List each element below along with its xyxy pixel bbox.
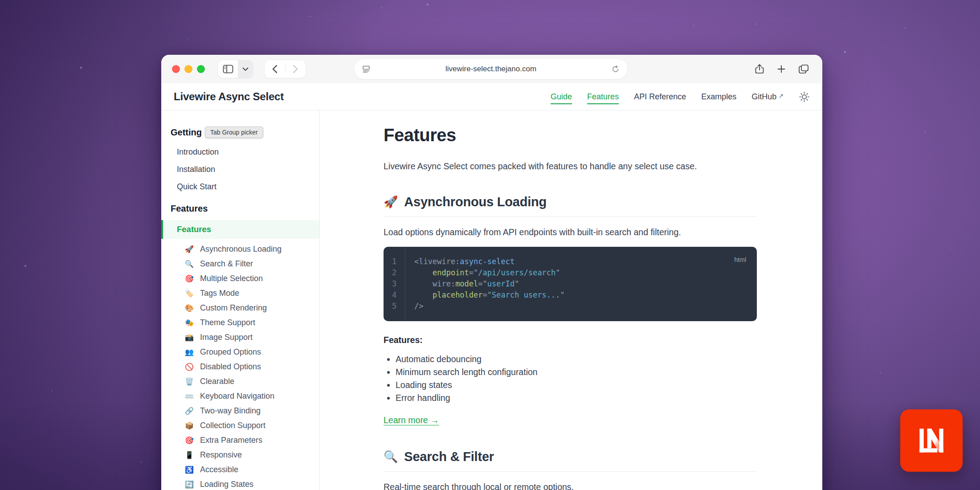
feature-emoji-icon: 🔗	[184, 407, 194, 415]
code-lines[interactable]: 1<livewire:async-select2 endpoint="/api/…	[384, 256, 757, 312]
sidebar-feature-item[interactable]: ♿ Accessible	[161, 462, 319, 477]
nav-link-examples[interactable]: Examples	[701, 92, 736, 102]
sidebar-feature-item[interactable]: 📦 Collection Support	[161, 418, 319, 433]
close-window-button[interactable]	[172, 65, 180, 73]
sidebar-item[interactable]: Installation	[161, 161, 319, 178]
feature-item-label: Theme Support	[200, 318, 255, 327]
external-link-icon: ↗	[778, 92, 784, 99]
site-title[interactable]: Livewire Async Select	[174, 90, 284, 103]
sidebar-toggle-group	[218, 60, 253, 78]
sidebar-group-heading-features: Features	[161, 204, 319, 214]
nav-link-guide[interactable]: Guide	[551, 92, 572, 102]
share-button[interactable]	[755, 64, 764, 74]
sidebar-group-heading-getting: Getting Tab Group picker	[161, 127, 319, 138]
page-title: Features	[384, 125, 757, 145]
ln-logo-icon	[914, 423, 949, 458]
feature-bullet: Minimum search length configuration	[396, 366, 757, 379]
sidebar-feature-item[interactable]: 🏷️ Tags Mode	[161, 286, 319, 301]
sidebar-feature-item[interactable]: ⌨️ Keyboard Navigation	[161, 389, 319, 404]
docs-sidebar: Getting Tab Group picker Introduction In…	[161, 110, 320, 490]
feature-emoji-icon: 🚫	[184, 363, 194, 371]
feature-item-label: Image Support	[200, 333, 253, 342]
feature-item-label: Loading States	[200, 480, 253, 489]
sidebar-feature-item[interactable]: 🎯 Multiple Selection	[161, 271, 319, 286]
features-bullet-list: Automatic debouncingMinimum search lengt…	[384, 353, 757, 404]
magnifier-icon: 🔍	[384, 450, 398, 464]
tabs-icon	[798, 64, 809, 74]
feature-emoji-icon: ♿	[184, 466, 194, 474]
feature-emoji-icon: 🔄	[184, 480, 194, 489]
code-language-badge: html	[735, 254, 746, 265]
rocket-icon: 🚀	[384, 195, 398, 209]
page-intro: Livewire Async Select comes packed with …	[384, 161, 757, 172]
sidebar-feature-item[interactable]: 👥 Grouped Options	[161, 345, 319, 359]
forward-button[interactable]	[293, 65, 298, 74]
feature-items-list: 🚀 Asynchronous Loading 🔍 Search & Filter…	[161, 242, 319, 490]
feature-item-label: Keyboard Navigation	[200, 392, 274, 401]
features-list-label: Features:	[384, 335, 757, 345]
feature-item-label: Disabled Options	[200, 362, 261, 372]
nav-link-api-reference[interactable]: API Reference	[634, 92, 686, 102]
theme-toggle-button[interactable]	[799, 91, 810, 102]
sidebar-feature-item[interactable]: 🔗 Two-way Binding	[161, 404, 319, 418]
sidebar-feature-item[interactable]: 🎭 Theme Support	[161, 315, 319, 330]
feature-item-label: Tags Mode	[200, 289, 239, 298]
feature-emoji-icon: 🔍	[184, 260, 194, 268]
sidebar-item[interactable]: Introduction	[161, 143, 319, 161]
nav-link-github[interactable]: GitHub↗	[751, 92, 784, 102]
feature-emoji-icon: 🏷️	[184, 289, 194, 298]
sidebar-feature-item[interactable]: 🗑️ Clearable	[161, 374, 319, 389]
browser-window: livewire-select.thejano.com	[161, 55, 822, 490]
nav-link-features[interactable]: Features	[587, 92, 619, 102]
toolbar-right-cluster	[755, 55, 809, 83]
learn-more-link[interactable]: Learn more →	[384, 415, 439, 425]
reader-mode-icon[interactable]	[362, 65, 370, 73]
new-tab-button[interactable]	[777, 65, 786, 74]
back-button[interactable]	[272, 65, 278, 74]
address-bar[interactable]: livewire-select.thejano.com	[354, 59, 628, 79]
tab-group-picker-tooltip: Tab Group picker	[205, 127, 263, 138]
sidebar-feature-item[interactable]: 🎯 Extra Parameters	[161, 433, 319, 448]
feature-item-label: Asynchronous Loading	[200, 245, 282, 254]
sidebar-feature-item[interactable]: 📸 Image Support	[161, 330, 319, 345]
sidebar-feature-item[interactable]: 📱 Responsive	[161, 448, 319, 462]
chevron-left-icon	[272, 65, 278, 74]
nav-divider	[285, 65, 286, 74]
feature-emoji-icon: 🗑️	[184, 377, 194, 386]
sidebar-feature-item[interactable]: 🔄 Loading States	[161, 477, 319, 490]
sun-icon	[799, 91, 810, 102]
zoom-window-button[interactable]	[197, 65, 205, 73]
sidebar-feature-item[interactable]: 🚫 Disabled Options	[161, 359, 319, 374]
feature-item-label: Two-way Binding	[200, 406, 261, 416]
group-heading-text: Features	[171, 204, 208, 214]
sidebar-toggle-button[interactable]	[218, 65, 238, 74]
minimize-window-button[interactable]	[184, 65, 192, 73]
feature-item-label: Accessible	[200, 465, 238, 474]
browser-toolbar: livewire-select.thejano.com	[161, 55, 822, 83]
feature-item-label: Collection Support	[200, 421, 265, 430]
feature-emoji-icon: 🚀	[184, 245, 194, 253]
sidebar-feature-item[interactable]: 🎨 Custom Rendering	[161, 301, 319, 315]
reload-button[interactable]	[612, 65, 620, 73]
sidebar-feature-item[interactable]: 🔍 Search & Filter	[161, 257, 319, 271]
tab-group-picker-button[interactable]	[238, 60, 253, 78]
feature-item-label: Multiple Selection	[200, 274, 263, 283]
section-description: Real-time search through local or remote…	[384, 482, 757, 490]
plus-icon	[777, 65, 786, 74]
sidebar-item[interactable]: Quick Start	[161, 178, 319, 196]
url-text[interactable]: livewire-select.thejano.com	[370, 65, 612, 74]
tab-overview-button[interactable]	[798, 64, 809, 74]
laravel-news-logo[interactable]	[900, 409, 963, 472]
feature-bullet: Error handling	[396, 392, 757, 404]
sidebar-feature-item[interactable]: 🚀 Asynchronous Loading	[161, 242, 319, 257]
code-block-async-select: html 1<livewire:async-select2 endpoint="…	[384, 247, 757, 321]
share-icon	[755, 64, 764, 74]
feature-bullet: Loading states	[396, 379, 757, 392]
feature-emoji-icon: 🎯	[184, 274, 194, 283]
section-heading-async-loading: 🚀 Asynchronous Loading	[384, 195, 757, 217]
site-header: Livewire Async Select Guide Features API…	[161, 83, 822, 110]
group-heading-text: Getting	[171, 127, 202, 138]
sidebar-item-features-active[interactable]: Features	[161, 220, 319, 239]
feature-emoji-icon: 📦	[184, 421, 194, 430]
content-area: Getting Tab Group picker Introduction In…	[161, 110, 822, 490]
